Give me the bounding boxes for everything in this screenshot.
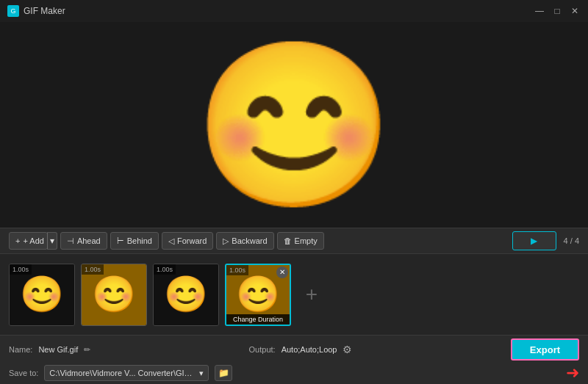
- ahead-label: Ahead: [77, 236, 101, 245]
- name-value: New Gif.gif: [38, 345, 78, 354]
- window-controls[interactable]: — □ ✕: [534, 5, 581, 17]
- trash-icon: 🗑: [284, 236, 292, 245]
- open-folder-button[interactable]: 📁: [215, 365, 232, 381]
- bottom-bar: Name: New Gif.gif ✏ Output: Auto;Auto;Lo…: [0, 335, 588, 384]
- add-label: + Add: [23, 236, 43, 245]
- behind-icon: ⊢: [117, 236, 124, 246]
- forward-button[interactable]: ◁ Forward: [162, 232, 213, 250]
- save-to-label: Save to:: [9, 369, 38, 377]
- add-frame-button[interactable]: +: [297, 264, 326, 326]
- backward-label: Backward: [232, 236, 267, 245]
- save-to-row: Save to: C:\Vidmore\Vidmore V... Convert…: [9, 365, 579, 381]
- empty-label: Empty: [295, 236, 318, 245]
- app-icon: G: [7, 5, 19, 17]
- name-row: Name: New Gif.gif ✏ Output: Auto;Auto;Lo…: [9, 338, 579, 361]
- plus-icon: +: [15, 236, 20, 245]
- preview-emoji: 😊: [193, 44, 395, 206]
- export-label: Export: [530, 344, 560, 355]
- frame-duration: 1.00s: [82, 264, 104, 275]
- empty-button[interactable]: 🗑 Empty: [277, 232, 324, 250]
- backward-icon: ▷: [223, 236, 229, 246]
- folder-dropdown-arrow: ▾: [199, 369, 204, 378]
- app-title: GIF Maker: [24, 6, 65, 16]
- frame-count: 4 / 4: [564, 236, 579, 245]
- save-path-dropdown[interactable]: C:\Vidmore\Vidmore V... Converter\GIF Ma…: [44, 365, 209, 381]
- folder-icon: 📁: [218, 368, 229, 378]
- export-button[interactable]: Export: [511, 338, 579, 361]
- forward-icon: ◁: [168, 236, 174, 246]
- behind-button[interactable]: ⊢ Behind: [110, 232, 159, 250]
- toolbar: + + Add ▾ ⊣ Ahead ⊢ Behind ◁ Forward ▷ B…: [0, 228, 588, 254]
- minimize-button[interactable]: —: [534, 5, 545, 17]
- add-frame-icon: +: [306, 283, 318, 306]
- arrow-indicator: ➜: [566, 365, 579, 381]
- title-bar: G GIF Maker — □ ✕: [0, 0, 588, 22]
- save-path-value: C:\Vidmore\Vidmore V... Converter\GIF Ma…: [49, 369, 196, 377]
- edit-name-icon[interactable]: ✏: [84, 345, 90, 355]
- frame-item[interactable]: 1.00s 😊: [9, 264, 75, 326]
- frame-duration: 1.00s: [10, 264, 32, 275]
- title-bar-left: G GIF Maker: [7, 5, 65, 17]
- ahead-icon: ⊣: [67, 236, 74, 246]
- frame-duration: 1.00s: [154, 264, 176, 275]
- chevron-down-icon: ▾: [50, 236, 54, 246]
- add-button[interactable]: + + Add: [9, 232, 48, 250]
- behind-label: Behind: [127, 236, 152, 245]
- change-duration-tooltip[interactable]: Change Duration: [226, 314, 290, 325]
- play-button[interactable]: ▶: [512, 231, 556, 250]
- frame-close-button[interactable]: ✕: [276, 267, 288, 278]
- gear-icon[interactable]: ⚙: [343, 344, 352, 355]
- play-icon: ▶: [531, 236, 537, 246]
- ahead-button[interactable]: ⊣ Ahead: [60, 232, 107, 250]
- add-dropdown-button[interactable]: ▾: [47, 232, 57, 250]
- frame-item[interactable]: 1.00s 😊: [153, 264, 219, 326]
- preview-area: 😊: [0, 22, 588, 228]
- output-label: Output:: [249, 345, 276, 354]
- timeline: 1.00s 😊 1.00s 😊 1.00s 😊 1.00s 😊 ✕ Change…: [0, 254, 588, 335]
- name-label: Name:: [9, 345, 32, 354]
- backward-button[interactable]: ▷ Backward: [216, 232, 273, 250]
- output-value: Auto;Auto;Loop: [282, 345, 337, 354]
- close-button[interactable]: ✕: [569, 5, 581, 17]
- frame-item[interactable]: 1.00s 😊: [81, 264, 147, 326]
- forward-label: Forward: [177, 236, 207, 245]
- frame-item-selected[interactable]: 1.00s 😊 ✕ Change Duration: [225, 264, 291, 326]
- frame-duration: 1.00s: [226, 265, 248, 275]
- maximize-button[interactable]: □: [551, 5, 563, 17]
